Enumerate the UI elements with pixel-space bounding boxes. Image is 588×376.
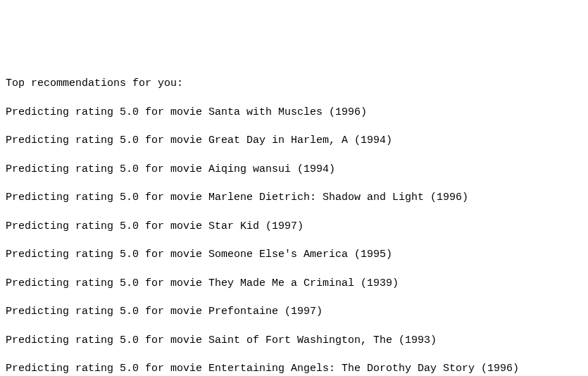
recommendation-line: Predicting rating 5.0 for movie Marlene …	[6, 191, 582, 205]
recommendations-header: Top recommendations for you:	[6, 77, 582, 91]
recommendation-line: Predicting rating 5.0 for movie Santa wi…	[6, 106, 582, 120]
recommendation-line: Predicting rating 5.0 for movie Star Kid…	[6, 220, 582, 234]
recommendation-line: Predicting rating 5.0 for movie Entertai…	[6, 362, 582, 376]
recommendation-line: Predicting rating 5.0 for movie Saint of…	[6, 334, 582, 348]
recommendation-line: Predicting rating 5.0 for movie Aiqing w…	[6, 163, 582, 177]
console-output: Top recommendations for you: Predicting …	[6, 63, 582, 376]
recommendation-line: Predicting rating 5.0 for movie Someone …	[6, 248, 582, 262]
recommendation-line: Predicting rating 5.0 for movie They Mad…	[6, 277, 582, 291]
recommendation-line: Predicting rating 5.0 for movie Great Da…	[6, 134, 582, 148]
recommendation-line: Predicting rating 5.0 for movie Prefonta…	[6, 305, 582, 319]
